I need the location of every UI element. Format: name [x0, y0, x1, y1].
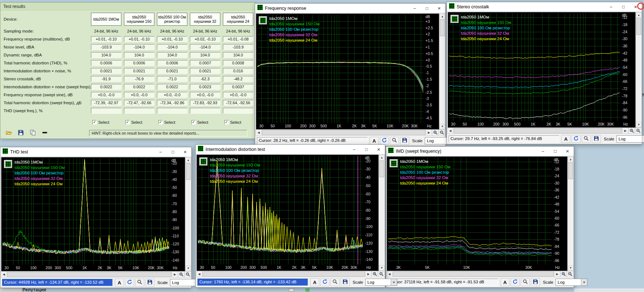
open-report-button[interactable]: [4, 128, 13, 138]
result-value[interactable]: +0.01, -0.10: [91, 36, 121, 42]
horizontal-scroll-thumb[interactable]: [7, 272, 171, 277]
horizontal-scrollbar[interactable]: ◀▶: [196, 271, 385, 277]
vertical-scrollbar[interactable]: ▲▼: [185, 157, 191, 271]
vertical-scrollbar[interactable]: ▲▼: [636, 12, 642, 128]
horizontal-scroll-thumb[interactable]: [262, 130, 425, 135]
scroll-up-button[interactable]: ▲: [186, 157, 191, 163]
close-button[interactable]: ×: [433, 4, 445, 13]
select-checkbox[interactable]: ✓: [92, 120, 97, 124]
titlebar[interactable]: IMD (swept frequency)–□×: [386, 147, 574, 156]
scroll-down-button[interactable]: ▼: [568, 265, 573, 271]
titlebar[interactable]: THD test–□×: [0, 147, 191, 157]
save-button[interactable]: [145, 279, 154, 287]
scale-select[interactable]: Log▼: [365, 279, 397, 286]
device-header[interactable]: tda2050 100 Ом резистор: [157, 13, 187, 26]
scroll-up-button[interactable]: ▲: [440, 14, 445, 19]
maximize-button[interactable]: □: [360, 145, 373, 154]
zoom-out-button[interactable]: [184, 271, 191, 278]
maximize-button[interactable]: □: [617, 2, 630, 11]
scroll-up-button[interactable]: ▲: [568, 157, 573, 162]
result-value[interactable]: +0.01, -0.10: [157, 36, 187, 42]
result-value[interactable]: +0.0, -0.0: [157, 92, 187, 98]
legend-grid-icon[interactable]: [4, 160, 12, 168]
font-button[interactable]: A: [115, 279, 124, 287]
font-button[interactable]: A: [561, 135, 570, 143]
result-value[interactable]: -62.3: [190, 76, 220, 82]
scale-select[interactable]: Log▼: [556, 279, 587, 286]
scroll-left-button[interactable]: ◀: [386, 271, 392, 277]
vertical-scroll-track[interactable]: [186, 180, 191, 266]
result-value[interactable]: -104.0: [190, 44, 220, 50]
select-checkbox[interactable]: ✓: [191, 120, 196, 124]
vertical-scroll-thumb[interactable]: [568, 162, 573, 179]
legend-grid-icon[interactable]: [259, 16, 267, 25]
save-results-button[interactable]: [16, 128, 25, 138]
scroll-up-button[interactable]: ▲: [636, 12, 641, 18]
scroll-left-button[interactable]: ◀: [1, 271, 7, 278]
minimize-button[interactable]: –: [154, 147, 167, 156]
close-button[interactable]: ×: [373, 145, 385, 154]
vertical-scroll-thumb[interactable]: [440, 20, 445, 36]
refresh-button[interactable]: [125, 279, 134, 287]
vertical-scroll-track[interactable]: [379, 178, 385, 265]
result-value[interactable]: +0.0, -0.0: [223, 92, 253, 98]
zoom-button[interactable]: [331, 278, 340, 286]
scroll-right-button[interactable]: ▶: [172, 271, 178, 278]
vertical-scroll-thumb[interactable]: [186, 163, 191, 180]
scroll-down-button[interactable]: ▼: [636, 122, 641, 127]
horizontal-scrollbar[interactable]: ◀▶: [447, 128, 642, 134]
save-button[interactable]: [341, 278, 350, 286]
result-value[interactable]: +0.01, -0.10: [124, 36, 154, 42]
refresh-button[interactable]: [572, 135, 581, 143]
legend-grid-icon[interactable]: [199, 157, 208, 166]
zoom-out-button[interactable]: [439, 130, 445, 136]
minimize-button[interactable]: –: [605, 2, 617, 11]
result-value[interactable]: -103.9: [223, 44, 253, 50]
zoom-button[interactable]: [521, 278, 530, 286]
result-value[interactable]: 0.0023: [190, 84, 220, 90]
vertical-scroll-track[interactable]: [636, 35, 641, 122]
horizontal-scrollbar[interactable]: ◀▶: [255, 130, 445, 136]
result-value[interactable]: 0.0007: [190, 60, 220, 66]
titlebar[interactable]: Stereo crosstalk–□×: [447, 2, 642, 12]
result-value[interactable]: 0.0022: [157, 84, 187, 90]
legend-grid-icon[interactable]: [450, 15, 459, 23]
zoom-in-button[interactable]: [628, 128, 635, 134]
result-value[interactable]: [223, 108, 253, 114]
result-value[interactable]: 0.0021: [124, 68, 154, 74]
select-checkbox[interactable]: ✓: [224, 120, 229, 124]
zoom-button[interactable]: [135, 279, 144, 287]
zoom-in-button[interactable]: [432, 130, 439, 136]
titlebar[interactable]: Intermodulation distortion test–□×: [196, 145, 385, 154]
scroll-right-button[interactable]: ▶: [622, 128, 628, 134]
result-value[interactable]: 0.0021: [157, 68, 187, 74]
scroll-down-button[interactable]: ▼: [440, 124, 445, 129]
device-header[interactable]: tda2050 наушники 150: [124, 13, 154, 26]
vertical-scrollbar[interactable]: ▲▼: [379, 155, 385, 271]
titlebar[interactable]: Frequency response–□×: [255, 4, 445, 13]
refresh-button[interactable]: [511, 278, 520, 286]
font-button[interactable]: A: [500, 278, 510, 286]
zoom-in-button[interactable]: [560, 271, 567, 277]
horizontal-scroll-thumb[interactable]: [203, 271, 365, 277]
scroll-right-button[interactable]: ▶: [365, 271, 371, 277]
save-button[interactable]: [400, 137, 409, 145]
zoom-button[interactable]: [390, 137, 399, 145]
maximize-button[interactable]: □: [167, 147, 179, 156]
vertical-scrollbar[interactable]: ▲▼: [439, 13, 445, 130]
result-value[interactable]: +0.0, -0.0: [124, 92, 154, 98]
scroll-up-button[interactable]: ▲: [379, 155, 385, 160]
result-value[interactable]: [157, 108, 187, 114]
select-checkbox[interactable]: ✓: [158, 120, 163, 124]
vertical-scrollbar[interactable]: ▲▼: [568, 156, 574, 271]
zoom-button[interactable]: [582, 135, 591, 143]
zoom-in-button[interactable]: [371, 271, 378, 277]
result-value[interactable]: 0.0022: [91, 84, 121, 90]
scroll-left-button[interactable]: ◀: [196, 271, 202, 277]
zoom-in-button[interactable]: [178, 271, 184, 278]
result-value[interactable]: [124, 108, 154, 114]
result-value[interactable]: 104.0: [190, 52, 220, 58]
result-value[interactable]: 104.0: [124, 52, 154, 58]
close-button[interactable]: ×: [179, 147, 191, 156]
refresh-button[interactable]: [380, 137, 389, 145]
